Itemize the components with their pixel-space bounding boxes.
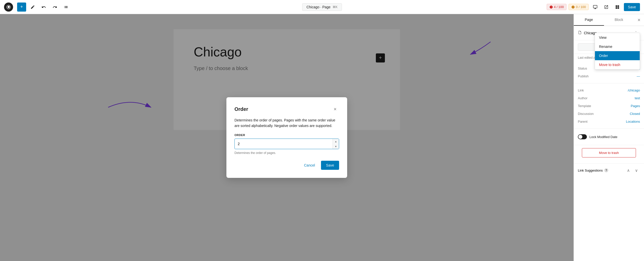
modal-close-button[interactable]: × — [331, 105, 339, 113]
spinner-down-button[interactable]: ▼ — [333, 144, 339, 149]
document-icon — [578, 30, 582, 36]
seo-score[interactable]: 0 / 100 — [569, 4, 589, 10]
parent-row: Parent Locations — [578, 118, 640, 125]
external-view-button[interactable] — [602, 3, 611, 12]
dropdown-view-item[interactable]: View — [595, 33, 640, 42]
order-modal: Order × Determines the order of pages. P… — [226, 97, 347, 178]
list-view-icon — [64, 5, 68, 9]
toolbar-center: Chicago · Page ⌘K — [302, 3, 342, 11]
page-options-dropdown: View Rename Order Move to trash — [595, 33, 640, 70]
layout-icon — [615, 5, 620, 9]
move-to-trash-button[interactable]: Move to trash — [582, 148, 636, 157]
readability-score[interactable]: 4 / 100 — [547, 4, 567, 10]
undo-icon — [42, 5, 46, 9]
template-value[interactable]: Pages — [631, 104, 640, 108]
link-suggestions-collapse-button[interactable]: ∧ — [625, 167, 632, 174]
page-title-bar[interactable]: Chicago · Page ⌘K — [302, 3, 342, 11]
seo-icon — [571, 5, 575, 9]
modal-description: Determines the order of pages. Pages wit… — [234, 117, 339, 129]
template-row: Template Pages — [578, 102, 640, 110]
edit-mode-button[interactable] — [28, 3, 37, 12]
link-suggestions-expand-button[interactable]: ∨ — [633, 167, 640, 174]
sidebar-close-button[interactable]: × — [634, 14, 644, 26]
toggle-thumb — [578, 135, 582, 139]
lock-modified-section: Lock Modified Date — [574, 129, 644, 145]
link-label: Link — [578, 88, 584, 92]
modal-title: Order — [234, 106, 248, 112]
discussion-row: Discussion Closed — [578, 110, 640, 118]
parent-value[interactable]: Locations — [626, 120, 640, 123]
link-row: Link /chicago — [578, 86, 640, 94]
template-label: Template — [578, 104, 591, 108]
save-button[interactable]: Save — [624, 3, 640, 11]
view-mode-button[interactable] — [591, 3, 600, 12]
modal-overlay: Order × Determines the order of pages. P… — [0, 14, 574, 261]
link-suggestions-actions: ∧ ∨ — [625, 167, 640, 174]
discussion-value[interactable]: Closed — [630, 112, 640, 116]
parent-label: Parent — [578, 120, 587, 123]
modal-actions: Cancel Save — [234, 161, 339, 170]
keyboard-shortcut: ⌘K — [333, 5, 338, 9]
author-row: Author test — [578, 94, 640, 102]
toolbar: + Chicago · Page ⌘K 4 / 100 0 / 100 — [0, 0, 644, 14]
link-value[interactable]: /chicago — [628, 88, 640, 92]
add-block-button[interactable]: + — [17, 3, 26, 12]
lock-modified-toggle[interactable] — [578, 134, 587, 139]
link-suggestions-label: Link Suggestions — [578, 169, 603, 172]
external-link-icon — [604, 5, 609, 9]
modal-save-button[interactable]: Save — [321, 161, 339, 170]
readability-icon — [549, 5, 553, 9]
layout-toggle-button[interactable] — [613, 3, 622, 12]
order-input[interactable] — [235, 139, 333, 148]
order-spinners: ▲ ▼ — [333, 139, 339, 149]
publish-label: Publish — [578, 74, 589, 78]
editor-area: Chicago Type / to choose a block + — [0, 14, 574, 261]
info-icon: ? — [604, 168, 608, 172]
spinner-up-button[interactable]: ▲ — [333, 139, 339, 144]
toolbar-right: 4 / 100 0 / 100 Save — [547, 3, 640, 12]
wp-logo[interactable] — [4, 3, 13, 12]
dropdown-rename-item[interactable]: Rename — [595, 42, 640, 51]
tab-block[interactable]: Block — [604, 14, 634, 26]
undo-button[interactable] — [39, 3, 48, 12]
wp-icon — [6, 5, 11, 10]
lock-modified-row: Lock Modified Date — [578, 132, 640, 142]
order-input-wrapper: ▲ ▼ — [234, 139, 339, 149]
status-label: Status — [578, 67, 587, 70]
author-label: Author — [578, 96, 587, 100]
order-field-label: ORDER — [234, 134, 339, 137]
order-hint: Determines the order of pages. — [234, 151, 339, 155]
redo-icon — [53, 5, 57, 9]
link-suggestions-section: Link Suggestions ? ∧ ∨ — [574, 164, 644, 177]
redo-button[interactable] — [50, 3, 59, 12]
author-value[interactable]: test — [635, 96, 640, 100]
publish-row: Publish — — [578, 72, 640, 80]
discussion-label: Discussion — [578, 112, 594, 116]
move-trash-section: Move to trash — [574, 145, 644, 164]
right-sidebar: Page Block × Chicago ⋮ Settings Last edi… — [574, 14, 644, 261]
readability-score-value: 4 / 100 — [554, 5, 564, 9]
document-overview-button[interactable] — [61, 3, 70, 12]
sidebar-tabs: Page Block × — [574, 14, 644, 26]
modal-header: Order × — [234, 105, 339, 113]
monitor-icon — [593, 5, 597, 9]
dropdown-order-item[interactable]: Order — [595, 51, 640, 60]
pencil-icon — [30, 5, 35, 9]
seo-score-value: 0 / 100 — [576, 5, 586, 9]
publish-value[interactable]: — — [637, 74, 640, 78]
main-layout: Chicago Type / to choose a block + — [0, 14, 644, 261]
sidebar-meta-section: Link /chicago Author test Template Pages… — [574, 83, 644, 129]
tab-page[interactable]: Page — [574, 14, 604, 26]
dropdown-trash-item[interactable]: Move to trash — [595, 60, 640, 69]
page-title-text: Chicago · Page — [306, 5, 331, 9]
lock-modified-label: Lock Modified Date — [589, 135, 617, 139]
modal-cancel-button[interactable]: Cancel — [301, 161, 318, 169]
link-suggestions-title: Link Suggestions ? — [578, 168, 608, 172]
